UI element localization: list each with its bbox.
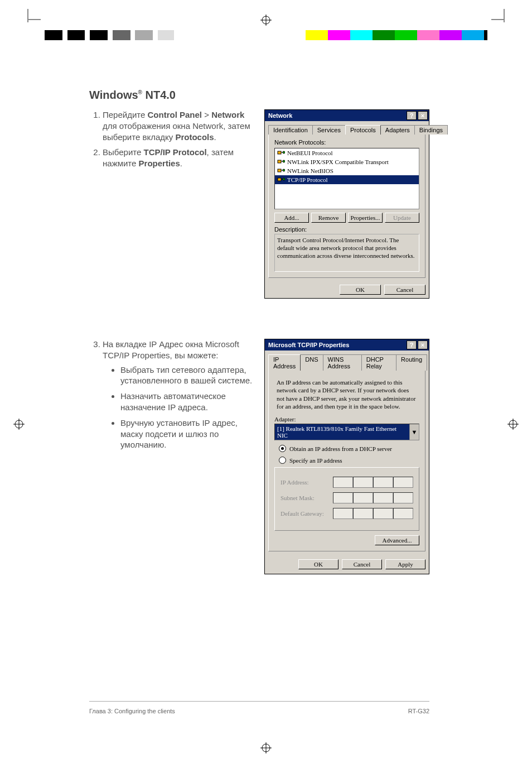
bold-text: TCP/IP Protocol <box>143 147 206 157</box>
close-icon[interactable]: × <box>418 340 428 349</box>
adapter-dropdown[interactable]: [1] Realtek RTL8139/810x Family Fast Eth… <box>274 424 419 440</box>
bold-text: Network <box>211 110 244 119</box>
field-label: Subnet Mask: <box>280 495 327 501</box>
page-title: Windows® NT4.0 <box>89 88 429 102</box>
cancel-button[interactable]: Cancel <box>384 285 425 295</box>
svg-rect-10 <box>278 178 281 181</box>
gateway-field <box>333 508 413 519</box>
step-1: Перейдите Control Panel > Network для от… <box>103 109 255 142</box>
list-item-label: NWLink NetBIOS <box>287 167 333 174</box>
titlebar: Microsoft TCP/IP Properties ? × <box>265 339 429 351</box>
color-swatches <box>306 30 487 40</box>
update-button: Update <box>385 213 419 223</box>
instructions-column: На вкладке IP Адрес окна Microsoft TCP/I… <box>89 339 255 574</box>
instructions-column: Перейдите Control Panel > Network для от… <box>89 109 255 299</box>
bold-text: Control Panel <box>148 110 202 119</box>
list-item-label: NetBEUI Protocol <box>287 150 333 156</box>
tab-identification[interactable]: Identification <box>268 125 313 135</box>
ip-address-field <box>333 477 413 488</box>
protocol-icon <box>277 167 285 174</box>
ok-button[interactable]: OK <box>340 285 381 295</box>
list-item-selected[interactable]: TCP/IP Protocol <box>275 175 419 184</box>
footer-divider <box>89 701 429 702</box>
list-item[interactable]: NetBEUI Protocol <box>275 148 419 157</box>
page-content: Windows® NT4.0 Перейдите Control Panel >… <box>89 88 429 574</box>
page-footer: Глава 3: Configuring the clients RT-G32 <box>89 708 429 714</box>
registration-mark-icon <box>13 419 25 430</box>
radio-specify-ip[interactable]: Specify an IP address <box>279 457 419 464</box>
list-item-label: NWLink IPX/SPX Compatible Transport <box>287 159 389 165</box>
add-button[interactable]: Add... <box>274 213 309 223</box>
protocol-icon <box>277 159 285 165</box>
grayscale-swatches <box>45 30 206 40</box>
step-3: На вкладке IP Адрес окна Microsoft TCP/I… <box>103 339 255 450</box>
tab-dns[interactable]: DNS <box>300 354 323 371</box>
list-item-label: TCP/IP Protocol <box>287 176 328 183</box>
description-text: Transport Control Protocol/Internet Prot… <box>274 234 419 272</box>
tab-wins[interactable]: WINS Address <box>323 354 362 371</box>
help-icon[interactable]: ? <box>407 111 417 120</box>
description-label: Description: <box>274 226 419 233</box>
tab-protocols[interactable]: Protocols <box>345 125 381 135</box>
text: . <box>180 159 182 168</box>
adapter-value: [1] Realtek RTL8139/810x Family Fast Eth… <box>275 424 409 440</box>
tab-ip-address[interactable]: IP Address <box>268 354 301 371</box>
tab-services[interactable]: Services <box>312 125 346 135</box>
tab-bindings[interactable]: Bindings <box>414 125 448 135</box>
text: . <box>214 132 216 142</box>
cancel-button[interactable]: Cancel <box>342 559 382 569</box>
registration-mark-icon <box>507 419 519 430</box>
svg-rect-6 <box>278 160 281 163</box>
titlebar: Network ? × <box>265 110 429 121</box>
text: > <box>202 110 211 119</box>
radio-label: Obtain an IP address from a DHCP server <box>289 445 392 452</box>
registered-mark: ® <box>138 89 142 95</box>
intro-text: An IP address can be automatically assig… <box>277 378 417 410</box>
svg-point-5 <box>283 151 285 153</box>
heading-text: NT4.0 <box>142 89 176 101</box>
svg-rect-8 <box>278 169 281 172</box>
list-item[interactable]: NWLink NetBIOS <box>275 166 419 175</box>
apply-button[interactable]: Apply <box>385 559 425 569</box>
close-icon[interactable]: × <box>418 111 428 120</box>
tab-dhcp-relay[interactable]: DHCP Relay <box>361 354 396 371</box>
adapter-label: Adapter: <box>274 416 419 423</box>
svg-point-7 <box>283 160 285 162</box>
list-item[interactable]: NWLink IPX/SPX Compatible Transport <box>275 157 419 166</box>
ip-fields-group: IP Address: Subnet Mask: Default Gateway… <box>274 467 419 531</box>
svg-rect-4 <box>278 151 281 154</box>
radio-icon <box>279 445 286 452</box>
registration-mark-icon <box>260 742 272 753</box>
tab-strip: IP Address DNS WINS Address DHCP Relay R… <box>268 354 427 370</box>
advanced-button[interactable]: Advanced... <box>375 535 419 545</box>
bullet: Вручную установить IP адрес, маску подсе… <box>120 417 255 450</box>
footer-left: Глава 3: Configuring the clients <box>89 708 175 714</box>
protocol-listbox[interactable]: NetBEUI Protocol NWLink IPX/SPX Compatib… <box>274 148 419 209</box>
properties-button[interactable]: Properties... <box>348 213 383 223</box>
titlebar-text: Network <box>268 112 292 119</box>
radio-label: Specify an IP address <box>289 457 342 464</box>
bold-text: Protocols <box>175 132 214 142</box>
radio-obtain-dhcp[interactable]: Obtain an IP address from a DHCP server <box>279 445 419 452</box>
svg-point-11 <box>283 178 285 180</box>
bullet: Назначить автоматическое назначение IP а… <box>120 391 255 413</box>
tab-routing[interactable]: Routing <box>396 354 427 371</box>
chevron-down-icon[interactable]: ▼ <box>409 424 419 440</box>
text: Выберите <box>103 147 143 157</box>
svg-point-9 <box>283 169 285 171</box>
ok-button[interactable]: OK <box>298 559 338 569</box>
tab-adapters[interactable]: Adapters <box>380 125 415 135</box>
bullet: Выбрать тип сетевого адаптера, установле… <box>120 364 255 387</box>
radio-icon <box>279 457 286 464</box>
titlebar-text: Microsoft TCP/IP Properties <box>268 342 349 348</box>
help-icon[interactable]: ? <box>407 340 417 349</box>
tab-strip: Identification Services Protocols Adapte… <box>268 124 427 134</box>
crop-mark <box>501 12 507 19</box>
field-label: Default Gateway: <box>280 510 327 517</box>
field-label: IP Address: <box>280 479 327 486</box>
remove-button[interactable]: Remove <box>311 213 346 223</box>
heading-text: Windows <box>89 89 138 101</box>
bold-text: Properties <box>139 159 180 168</box>
tcpip-dialog-screenshot: Microsoft TCP/IP Properties ? × IP Addre… <box>264 339 429 574</box>
text: Перейдите <box>103 110 148 119</box>
